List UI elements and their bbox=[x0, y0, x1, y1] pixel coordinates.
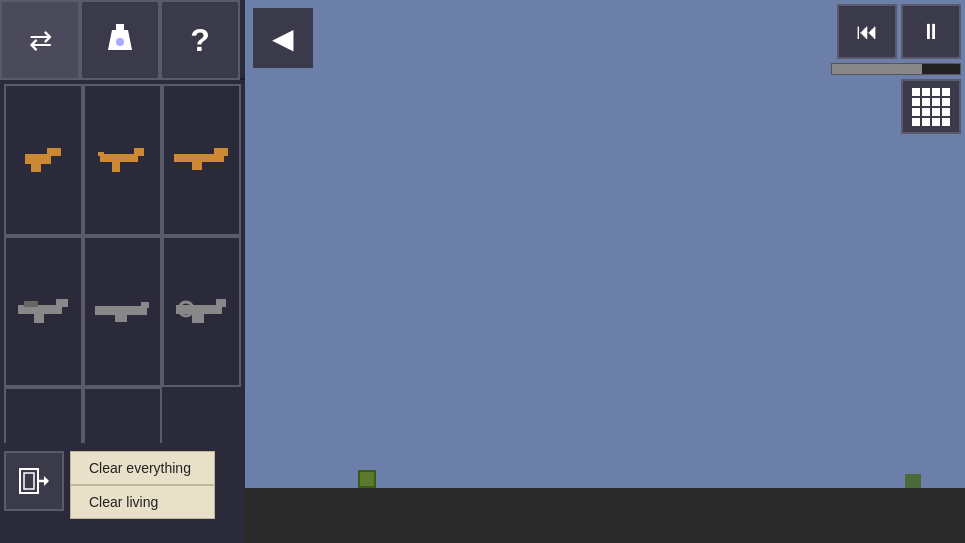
weapon-slot-rifle[interactable] bbox=[162, 84, 241, 236]
playback-controls: ⏮ ⏸ bbox=[837, 4, 961, 59]
grid-button[interactable] bbox=[901, 79, 961, 134]
svg-rect-31 bbox=[24, 473, 34, 489]
svg-rect-14 bbox=[34, 314, 44, 323]
shotgun-icon bbox=[95, 300, 151, 322]
svg-rect-4 bbox=[31, 164, 41, 172]
top-right-controls: ⏮ ⏸ bbox=[827, 0, 965, 138]
progress-bar bbox=[831, 63, 961, 75]
toolbar: ⇄ ? bbox=[0, 0, 245, 80]
weapon-slot-shotgun[interactable] bbox=[83, 236, 162, 388]
back-icon: ◀ bbox=[272, 22, 294, 55]
pause-icon: ⏸ bbox=[920, 19, 942, 45]
svg-rect-19 bbox=[176, 305, 222, 314]
svg-rect-16 bbox=[95, 306, 147, 315]
bottom-area: Clear everything Clear living bbox=[0, 443, 245, 543]
clear-everything-button[interactable]: Clear everything bbox=[70, 451, 215, 485]
svg-rect-13 bbox=[56, 299, 68, 307]
svg-rect-5 bbox=[100, 154, 138, 162]
back-button[interactable]: ◀ bbox=[253, 8, 313, 68]
svg-rect-3 bbox=[47, 148, 61, 156]
flask-icon bbox=[104, 22, 136, 58]
svg-rect-18 bbox=[115, 315, 127, 322]
lmg-icon bbox=[176, 297, 228, 325]
svg-marker-33 bbox=[44, 476, 49, 486]
progress-bar-fill bbox=[832, 64, 922, 74]
smg-icon bbox=[98, 146, 148, 174]
help-button[interactable]: ? bbox=[160, 0, 240, 80]
exit-icon bbox=[18, 465, 50, 497]
game-character bbox=[358, 470, 376, 488]
rifle-icon bbox=[174, 148, 229, 172]
weapon-slot-ar1[interactable] bbox=[4, 236, 83, 388]
svg-rect-6 bbox=[134, 148, 144, 156]
swap-button[interactable]: ⇄ bbox=[0, 0, 80, 80]
svg-rect-11 bbox=[192, 162, 202, 170]
weapon-slot-pistol[interactable] bbox=[4, 84, 83, 236]
game-ground bbox=[245, 488, 965, 543]
svg-rect-10 bbox=[214, 148, 228, 156]
weapon-slot-lmg[interactable] bbox=[162, 236, 241, 388]
sidebar: ⇄ ? bbox=[0, 0, 245, 543]
svg-rect-17 bbox=[141, 302, 149, 308]
clear-living-button[interactable]: Clear living bbox=[70, 485, 215, 519]
svg-rect-8 bbox=[98, 152, 104, 156]
svg-rect-20 bbox=[216, 299, 226, 307]
svg-rect-7 bbox=[112, 162, 120, 172]
ar1-icon bbox=[18, 297, 70, 325]
help-icon: ? bbox=[190, 22, 210, 59]
inventory-button[interactable] bbox=[80, 0, 160, 80]
pistol-icon bbox=[23, 146, 65, 174]
exit-button[interactable] bbox=[4, 451, 64, 511]
svg-rect-21 bbox=[192, 314, 204, 323]
game-entity bbox=[905, 474, 921, 488]
context-menu: Clear everything Clear living bbox=[70, 451, 215, 519]
svg-point-1 bbox=[116, 38, 124, 46]
weapon-slot-smg[interactable] bbox=[83, 84, 162, 236]
rewind-icon: ⏮ bbox=[856, 19, 878, 45]
rewind-button[interactable]: ⏮ bbox=[837, 4, 897, 59]
svg-rect-15 bbox=[24, 301, 38, 307]
svg-rect-0 bbox=[116, 24, 124, 30]
pause-button[interactable]: ⏸ bbox=[901, 4, 961, 59]
grid-icon bbox=[912, 88, 950, 126]
swap-icon: ⇄ bbox=[29, 24, 52, 57]
